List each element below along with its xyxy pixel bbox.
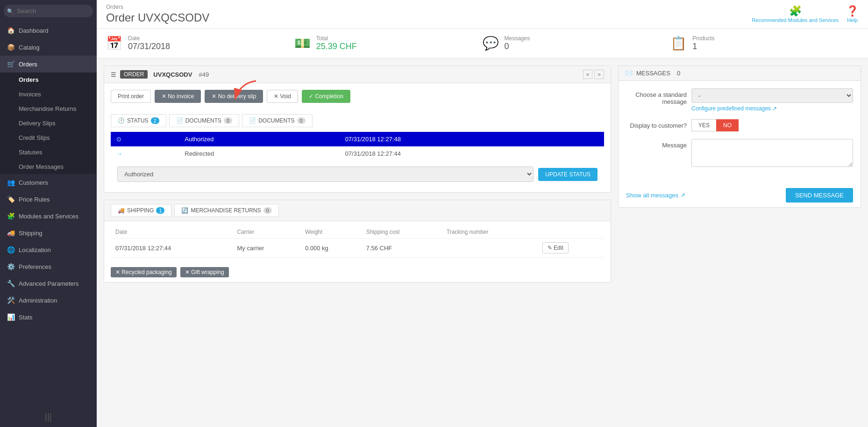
completion-btn[interactable]: ✓ Completion	[302, 90, 350, 103]
content-area: 📅 Date 07/31/2018 💵 Total 25.39 CHF 💬 Me…	[97, 29, 868, 427]
preferences-icon: ⚙️	[7, 263, 15, 270]
send-message-btn[interactable]: SEND MESSAGE	[786, 188, 853, 203]
display-label: Display to customer?	[626, 119, 687, 129]
recommended-modules-btn[interactable]: 🧩 Recommended Modules and Services	[752, 5, 839, 23]
ship-weight: 0.000 kg	[300, 239, 362, 258]
standard-message-row: Choose a standard message - Configure pr…	[626, 88, 853, 112]
status-icon-cell: ⊙	[111, 132, 179, 146]
calendar-icon: 📅	[106, 36, 122, 51]
submenu-order-messages[interactable]: Order Messages	[0, 159, 97, 174]
no-btn[interactable]: NO	[716, 119, 739, 131]
status-table: ⊙Authorized07/31/2018 12:27:48→Redirecte…	[111, 132, 604, 161]
next-order-btn[interactable]: »	[594, 70, 604, 79]
messages-body: Choose a standard message - Configure pr…	[619, 81, 861, 183]
recycled-packaging-btn[interactable]: ✕ Recycled packaging	[111, 267, 177, 277]
search-input[interactable]	[4, 5, 93, 17]
money-icon: 💵	[294, 36, 311, 51]
shipping-panel: 🚚 SHIPPING 1 🔄 MERCHANDISE RETURNS 0	[104, 200, 611, 282]
ship-date: 07/31/2018 12:27:44	[111, 239, 233, 258]
sidebar-item-advanced[interactable]: 🔧 Advanced Parameters	[0, 275, 97, 292]
sidebar-item-catalog[interactable]: 📦 Catalog	[0, 39, 97, 56]
submenu-delivery-slips[interactable]: Delivery Slips	[0, 116, 97, 130]
submenu-credit-slips[interactable]: Credit Slips	[0, 130, 97, 145]
status-date-cell: 07/31/2018 12:27:44	[340, 146, 604, 161]
stats-bar: 📅 Date 07/31/2018 💵 Total 25.39 CHF 💬 Me…	[97, 29, 868, 58]
message-icon: 💬	[483, 36, 499, 51]
col-carrier: Carrier	[233, 226, 300, 239]
orders-submenu: Orders Invoices Merchandise Returns Deli…	[0, 72, 97, 174]
sidebar-collapse-btn[interactable]: |||	[0, 407, 97, 427]
sidebar-item-shipping[interactable]: 🚚 Shipping	[0, 224, 97, 241]
status-select[interactable]: Authorized	[117, 166, 534, 182]
configure-messages-link[interactable]: Configure predefined messages	[691, 105, 777, 112]
sidebar-item-stats[interactable]: 📊 Stats	[0, 309, 97, 326]
choose-message-label: Choose a standard message	[626, 88, 687, 105]
message-textarea[interactable]	[691, 139, 853, 167]
message-control	[691, 139, 853, 168]
doc1-icon: 📄	[176, 117, 183, 124]
advanced-icon: 🔧	[7, 280, 15, 287]
topbar: Orders Order UVXQCSODV 🧩 Recommended Mod…	[97, 0, 868, 29]
left-panel: ☰ ORDER UVXQCSODV #49 « »	[104, 65, 611, 420]
price-rules-icon: 🏷️	[7, 195, 15, 203]
sidebar: 🏠 Dashboard 📦 Catalog 🛒 Orders Orders In…	[0, 0, 97, 427]
shipping-icon: 🚚	[7, 229, 15, 237]
stats-icon: 📊	[7, 313, 15, 321]
help-btn[interactable]: ❓ Help	[846, 5, 859, 23]
main-content: Orders Order UVXQCSODV 🧩 Recommended Mod…	[97, 0, 868, 427]
sidebar-item-localization[interactable]: 🌐 Localization	[0, 241, 97, 258]
top-actions: 🧩 Recommended Modules and Services ❓ Hel…	[752, 5, 859, 23]
products-icon: 📋	[670, 36, 687, 51]
sidebar-item-customers[interactable]: 👥 Customers	[0, 174, 97, 191]
submenu-merchandise-returns[interactable]: Merchandise Returns	[0, 101, 97, 116]
tab-shipping[interactable]: 🚚 SHIPPING 1	[111, 204, 171, 217]
ship-edit-cell: ✎ Edit	[538, 239, 604, 258]
status-icon-cell: →	[111, 146, 179, 161]
clock-icon: 🕐	[118, 117, 125, 124]
prev-order-btn[interactable]: «	[583, 70, 593, 79]
col-date: Date	[111, 226, 233, 239]
display-toggle: YES NO	[691, 119, 853, 131]
customers-icon: 👥	[7, 179, 15, 186]
nav-arrows: « »	[583, 70, 604, 79]
email-icon: ✉️	[625, 70, 633, 77]
sidebar-item-dashboard[interactable]: 🏠 Dashboard	[0, 22, 97, 39]
order-icon: ☰	[111, 71, 116, 78]
message-row: Message	[626, 139, 853, 168]
sidebar-item-preferences[interactable]: ⚙️ Preferences	[0, 258, 97, 275]
update-status-btn[interactable]: UPDATE STATUS	[538, 168, 598, 181]
choose-message-control: - Configure predefined messages	[691, 88, 853, 112]
submenu-invoices[interactable]: Invoices	[0, 87, 97, 101]
administration-icon: 🛠️	[7, 297, 15, 304]
gift-wrapping-btn[interactable]: ✕ Gift wrapping	[180, 267, 229, 277]
sidebar-item-modules[interactable]: 🧩 Modules and Services	[0, 208, 97, 224]
tab-status[interactable]: 🕐 STATUS 2	[111, 114, 166, 127]
standard-message-select[interactable]: -	[691, 88, 853, 103]
shipping-section: Date Carrier Weight Shipping cost Tracki…	[104, 221, 611, 262]
order-panel-header: ☰ ORDER UVXQCSODV #49 « »	[104, 66, 611, 83]
submenu-statuses[interactable]: Statuses	[0, 145, 97, 159]
status-section: 🕐 STATUS 2 📄 DOCUMENTS 0 📄	[104, 109, 611, 192]
show-all-messages-link[interactable]: Show all messages	[626, 192, 685, 199]
col-action	[538, 226, 604, 239]
no-delivery-btn[interactable]: ✕ No delivery slip	[205, 90, 263, 103]
tab-documents2[interactable]: 📄 DOCUMENTS 0	[242, 114, 312, 127]
tab-merchandise-returns[interactable]: 🔄 MERCHANDISE RETURNS 0	[174, 204, 278, 217]
sidebar-item-administration[interactable]: 🛠️ Administration	[0, 292, 97, 309]
submenu-orders[interactable]: Orders	[0, 72, 97, 87]
tab-documents1[interactable]: 📄 DOCUMENTS 0	[169, 114, 239, 127]
print-order-btn[interactable]: Print order	[111, 90, 151, 103]
yes-btn[interactable]: YES	[691, 119, 716, 131]
ship-cost: 7.56 CHF	[362, 239, 442, 258]
void-btn[interactable]: ✕ Void	[267, 90, 298, 103]
search-box	[0, 0, 97, 22]
help-icon: ❓	[846, 5, 859, 17]
status-table-row: ⊙Authorized07/31/2018 12:27:48	[111, 132, 604, 146]
edit-shipping-btn[interactable]: ✎ Edit	[542, 242, 569, 253]
truck-icon: 🚚	[118, 207, 125, 214]
status-date-cell: 07/31/2018 12:27:48	[340, 132, 604, 146]
status-tabs: 🕐 STATUS 2 📄 DOCUMENTS 0 📄	[111, 114, 604, 127]
sidebar-item-orders[interactable]: 🛒 Orders	[0, 56, 97, 72]
no-invoice-btn[interactable]: ✕ No invoice	[155, 90, 201, 103]
sidebar-item-price-rules[interactable]: 🏷️ Price Rules	[0, 191, 97, 208]
